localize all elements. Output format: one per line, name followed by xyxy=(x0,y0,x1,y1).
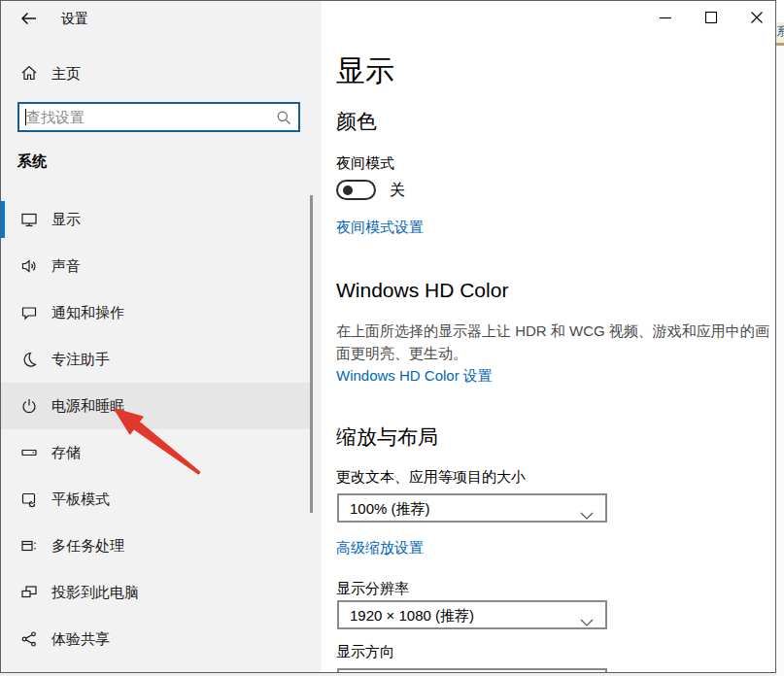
background-window-body xyxy=(776,46,784,676)
sidebar: 设置 主页 系统 显示 声音 xyxy=(1,1,322,673)
sidebar-item-label: 通知和操作 xyxy=(51,304,124,322)
sidebar-item-power-sleep[interactable]: 电源和睡眠 xyxy=(1,383,310,429)
search-icon[interactable] xyxy=(276,110,291,129)
sidebar-item-label: 专注助手 xyxy=(51,351,110,369)
background-window-sliver: 系 xyxy=(776,0,784,676)
sidebar-item-tablet-mode[interactable]: 平板模式 xyxy=(1,476,310,523)
tablet-icon xyxy=(20,490,38,512)
scale-dropdown[interactable]: 100% (推荐) xyxy=(337,493,607,523)
sidebar-item-multitasking[interactable]: 多任务处理 xyxy=(1,523,310,569)
sidebar-item-label: 存储 xyxy=(51,444,81,462)
page-content: 显示 颜色 夜间模式 关 夜间模式设置 Windows HD Color 在上面… xyxy=(336,1,776,673)
background-window-top xyxy=(776,0,784,22)
sidebar-item-label: 多任务处理 xyxy=(51,537,124,556)
selected-accent-bar xyxy=(1,201,5,238)
chevron-down-icon xyxy=(580,613,594,630)
night-light-label: 夜间模式 xyxy=(336,154,394,173)
sidebar-item-label: 显示 xyxy=(51,211,81,229)
sidebar-item-projecting[interactable]: 投影到此电脑 xyxy=(1,569,310,616)
sidebar-item-shared-experiences[interactable]: 体验共享 xyxy=(1,616,310,662)
storage-icon xyxy=(20,444,38,465)
toggle-knob xyxy=(343,186,353,195)
back-arrow-icon[interactable] xyxy=(19,9,39,28)
power-icon xyxy=(20,397,38,419)
hd-color-heading: Windows HD Color xyxy=(336,279,508,302)
sidebar-item-label: 电源和睡眠 xyxy=(51,397,124,416)
orientation-label: 显示方向 xyxy=(336,643,394,661)
search-input[interactable] xyxy=(21,104,269,130)
chevron-down-icon xyxy=(580,506,594,524)
sidebar-scrollbar[interactable] xyxy=(310,195,313,513)
sidebar-item-notifications[interactable]: 通知和操作 xyxy=(1,289,310,336)
night-light-settings-link[interactable]: 夜间模式设置 xyxy=(336,219,424,237)
sidebar-item-sound[interactable]: 声音 xyxy=(1,243,310,289)
page-title: 显示 xyxy=(336,51,394,91)
resolution-dropdown[interactable]: 1920 × 1080 (推荐) xyxy=(337,600,607,629)
sidebar-item-display[interactable]: 显示 xyxy=(1,196,310,243)
notifications-icon xyxy=(20,304,38,325)
sidebar-group-system: 系统 xyxy=(17,152,47,171)
sidebar-item-label: 体验共享 xyxy=(51,630,110,649)
advanced-scaling-link[interactable]: 高级缩放设置 xyxy=(336,539,424,558)
resolution-dropdown-value: 1920 × 1080 (推荐) xyxy=(350,607,474,625)
sidebar-item-focus-assist[interactable]: 专注助手 xyxy=(1,336,310,383)
projecting-icon xyxy=(20,584,38,605)
multitasking-icon xyxy=(20,537,38,558)
hd-color-description: 在上面所选择的显示器上让 HDR 和 WCG 视频、游戏和应用中的画面更明亮、更… xyxy=(336,320,773,364)
night-light-state: 关 xyxy=(390,181,405,201)
scale-layout-heading: 缩放与布局 xyxy=(336,423,438,451)
night-light-toggle[interactable] xyxy=(336,180,376,200)
hd-color-settings-link[interactable]: Windows HD Color 设置 xyxy=(336,367,493,386)
sidebar-item-label: 投影到此电脑 xyxy=(51,584,139,602)
search-box[interactable] xyxy=(17,102,300,132)
display-icon xyxy=(20,211,38,232)
color-section-heading: 颜色 xyxy=(336,108,377,135)
moon-icon xyxy=(20,351,38,372)
share-icon xyxy=(20,630,38,652)
sound-icon xyxy=(20,257,38,279)
main-panel: 显示 颜色 夜间模式 关 夜间模式设置 Windows HD Color 在上面… xyxy=(322,1,776,673)
background-window-tab-strip: 系 xyxy=(776,22,784,43)
sidebar-item-home[interactable]: 主页 xyxy=(1,57,310,90)
window-title: 设置 xyxy=(61,11,88,28)
scale-size-label: 更改文本、应用等项目的大小 xyxy=(336,468,526,487)
sidebar-item-storage[interactable]: 存储 xyxy=(1,429,310,476)
sidebar-item-label: 声音 xyxy=(51,257,81,276)
sidebar-item-label: 平板模式 xyxy=(51,490,110,509)
resolution-label: 显示分辨率 xyxy=(336,580,409,598)
scale-dropdown-value: 100% (推荐) xyxy=(350,500,430,519)
home-icon xyxy=(20,64,38,85)
settings-window: 设置 主页 系统 显示 声音 xyxy=(0,0,776,673)
sidebar-item-label: 主页 xyxy=(51,65,81,84)
text-caret xyxy=(25,109,26,125)
orientation-dropdown[interactable] xyxy=(337,668,607,673)
